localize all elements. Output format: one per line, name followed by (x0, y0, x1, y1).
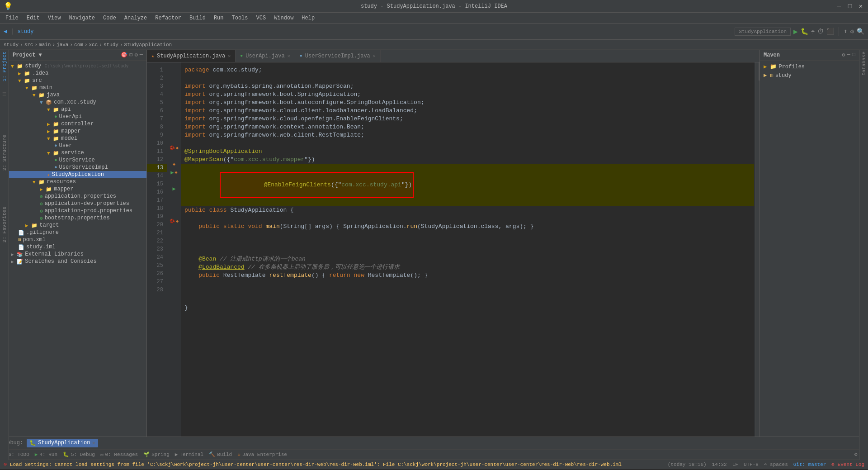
code-content[interactable]: package com.xcc.study; import org.mybati… (181, 62, 754, 437)
stop-button[interactable]: ⬛ (826, 28, 834, 35)
debug-tab[interactable]: 🐛 5: Debug (63, 451, 95, 457)
tab-userserviceimpl[interactable]: ● UserServiceImpl.java ✕ (295, 50, 381, 62)
tree-item-api[interactable]: ▼ 📁 api (9, 106, 146, 113)
tree-item-app-prod-prop[interactable]: ⚙ application-prod.properties (9, 207, 146, 214)
minimize-button[interactable]: ─ (835, 3, 843, 10)
tree-item-userapi[interactable]: ● UserApi (9, 113, 146, 120)
menu-file[interactable]: File (2, 14, 22, 22)
tree-item-src[interactable]: ▼ 📁 src (9, 77, 146, 84)
breadcrumb-seg-1[interactable]: study (4, 42, 19, 47)
run-config-selector[interactable]: StudyApplication (735, 28, 791, 36)
tree-item-resources[interactable]: ▼ 📁 resources (9, 178, 146, 185)
terminal-tab[interactable]: ▶ Terminal (175, 451, 203, 457)
sidebar-tab-project[interactable]: 1: Project (2, 52, 7, 81)
menu-vcs[interactable]: VCS (253, 14, 270, 22)
tree-item-bootstrap-prop[interactable]: ⚙ bootstrap.properties (9, 214, 146, 222)
toolbar-back-icon[interactable]: ◀ (4, 28, 7, 35)
settings-button[interactable]: ⚙ (850, 28, 854, 35)
structure-icon[interactable]: ≡ (2, 90, 7, 99)
menu-code[interactable]: Code (99, 14, 120, 22)
tree-item-user[interactable]: ● User (9, 142, 146, 149)
tree-item-gitignore[interactable]: 📄 .gitignore (9, 229, 146, 236)
breadcrumb-seg-5[interactable]: com (74, 42, 83, 47)
sidebar-locate-icon[interactable]: 🎯 (121, 52, 127, 58)
breadcrumb-seg-3[interactable]: main (39, 42, 51, 47)
tree-item-pom[interactable]: m pom.xml (9, 236, 146, 243)
code-editor[interactable]: 1 2 3 4 5 6 7 8 9 10 11 12 13 14 15 16 1… (147, 62, 760, 437)
breadcrumb-seg-7[interactable]: study (104, 42, 118, 47)
update-button[interactable]: ⬆ (844, 28, 847, 35)
tab-close-studyapplication[interactable]: ✕ (228, 53, 231, 59)
tree-item-target[interactable]: ▶ 📁 target (9, 222, 146, 229)
run-indicator-14[interactable]: ▶ (170, 169, 174, 176)
sidebar-expand-icon[interactable]: ⊞ (129, 52, 132, 58)
menu-window[interactable]: Window (270, 14, 297, 22)
breadcrumb-seg-8[interactable]: StudyApplication (124, 42, 172, 47)
tab-close-userserviceimpl[interactable]: ✕ (373, 53, 376, 59)
sidebar-tab-favorites[interactable]: 2: Favorites (2, 207, 7, 242)
tab-userapi[interactable]: ● UserApi.java ✕ (236, 50, 295, 62)
menu-refactor[interactable]: Refactor (151, 14, 185, 22)
right-tab-database[interactable]: Database (861, 52, 867, 76)
tree-item-external-libs[interactable]: ▶ 📚 External Libraries (9, 251, 146, 258)
profile-button[interactable]: ⏱ (817, 28, 824, 35)
tree-item-controller[interactable]: ▶ 📁 controller (9, 120, 146, 128)
menu-build[interactable]: Build (186, 14, 209, 22)
maven-item-study[interactable]: ▶ m study (762, 71, 857, 80)
tree-item-service[interactable]: ▼ 📁 service (9, 149, 146, 157)
tree-item-mapper-res[interactable]: ▶ 📁 mapper (9, 185, 146, 193)
breadcrumb-seg-6[interactable]: xcc (89, 42, 98, 47)
tree-item-app-prop[interactable]: ⚙ application.properties (9, 193, 146, 200)
menu-navigate[interactable]: Navigate (65, 14, 99, 22)
breadcrumb-seg-2[interactable]: src (24, 42, 33, 47)
menu-analyze[interactable]: Analyze (121, 14, 151, 22)
tab-studyapplication[interactable]: ★ StudyApplication.java ✕ (147, 50, 236, 62)
tree-item-package[interactable]: ▼ 📦 com.xcc.study (9, 99, 146, 106)
tab-close-userapi[interactable]: ✕ (288, 53, 290, 59)
tree-item-app-dev-prop[interactable]: ⚙ application-dev.properties (9, 200, 146, 207)
status-encoding[interactable]: UTF-8 (744, 462, 759, 467)
status-event-log[interactable]: ⊗ Event Log (831, 461, 864, 467)
event-log-settings[interactable]: ⚙ (854, 451, 858, 458)
debug-session-tab[interactable]: 🐛 StudyApplication ✕ (27, 439, 98, 447)
coverage-button[interactable]: ☂ (811, 28, 815, 35)
tree-item-iml[interactable]: 📄 study.iml (9, 243, 146, 251)
status-git-branch[interactable]: Git: master (793, 462, 826, 467)
run-tab[interactable]: ▶ 4: Run (35, 451, 57, 457)
maven-item-profiles[interactable]: ▶ 📁 Profiles (762, 62, 857, 71)
java-enterprise-tab[interactable]: ☕ Java Enterprise (237, 451, 287, 457)
maven-expand-icon[interactable]: □ (852, 52, 855, 58)
tree-item-studyapplication[interactable]: ★ StudyApplication (9, 171, 146, 178)
tree-item-scratches[interactable]: ▶ 📝 Scratches and Consoles (9, 258, 146, 265)
tree-item-userservice[interactable]: ● UserService (9, 157, 146, 164)
tree-item-model[interactable]: ▼ 📁 model (9, 135, 146, 142)
maven-minimize-icon[interactable]: ─ (847, 52, 850, 58)
search-all-button[interactable]: 🔍 (857, 28, 864, 35)
maven-settings-icon[interactable]: ⚙ (842, 52, 845, 58)
tree-item-main[interactable]: ▼ 📁 main (9, 84, 146, 91)
menu-edit[interactable]: Edit (23, 14, 43, 22)
status-line-ending[interactable]: LF (732, 462, 738, 467)
debug-session-close[interactable]: ✕ (92, 440, 95, 446)
tree-item-java[interactable]: ▼ 📁 java (9, 91, 146, 99)
menu-view[interactable]: View (44, 14, 65, 22)
run-button[interactable]: ▶ (793, 27, 798, 36)
menu-tools[interactable]: Tools (228, 14, 252, 22)
tree-item-study-root[interactable]: ▼ 📁 study C:\sckj\work\project-self\stud… (9, 62, 146, 70)
breadcrumb-seg-4[interactable]: java (57, 42, 68, 47)
spring-tab[interactable]: 🌱 Spring (143, 451, 170, 457)
debug-run-button[interactable]: 🐛 (801, 28, 808, 35)
sidebar-close-icon[interactable]: ─ (140, 52, 143, 58)
menu-help[interactable]: Help (298, 14, 318, 22)
sidebar-tab-structure[interactable]: 2: Structure (2, 135, 7, 171)
tree-item-idea[interactable]: ▶ 📁 .idea (9, 70, 146, 77)
sidebar-settings-icon[interactable]: ⚙ (135, 52, 138, 58)
messages-tab[interactable]: ✉ 0: Messages (100, 451, 138, 457)
status-indent[interactable]: 4 spaces (764, 462, 788, 467)
tree-item-userserviceimpl[interactable]: ● UserServiceImpl (9, 164, 146, 171)
tree-item-mapper[interactable]: ▶ 📁 mapper (9, 128, 146, 135)
close-button[interactable]: ✕ (857, 3, 864, 10)
build-tab[interactable]: 🔨 Build (209, 451, 232, 457)
run-indicator-16[interactable]: ▶ (172, 185, 175, 192)
menu-run[interactable]: Run (210, 14, 227, 22)
